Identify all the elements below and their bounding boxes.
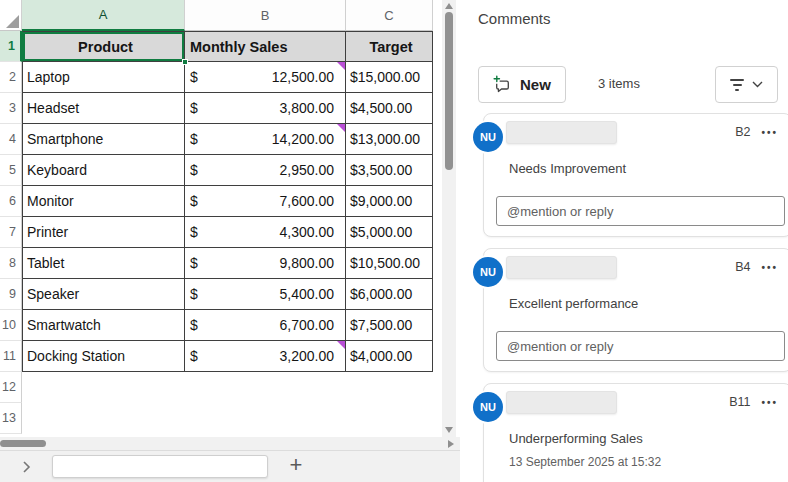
vertical-scroll-thumb[interactable] [445, 12, 453, 170]
cell-product[interactable]: Tablet [22, 248, 185, 279]
cell-monthly-sales[interactable]: $ 12,500.00 [185, 62, 346, 93]
sales-value: 6,700.00 [280, 317, 335, 333]
table-row: 6 Monitor $ 7,600.00 $9,000.00 [0, 186, 433, 217]
add-sheet-button[interactable]: + [283, 452, 309, 478]
cell-target[interactable]: $15,000.00 [346, 62, 433, 93]
cell-product[interactable]: Smartphone [22, 124, 185, 155]
cell-product[interactable]: Smartwatch [22, 310, 185, 341]
comment-cell-ref: B4 [735, 260, 750, 274]
horizontal-scrollbar[interactable] [0, 437, 460, 450]
cell-target[interactable]: $6,000.00 [346, 279, 433, 310]
select-all-button[interactable] [0, 0, 22, 31]
row-header[interactable]: 8 [0, 248, 22, 279]
row-header[interactable]: 10 [0, 310, 22, 341]
cell-monthly-sales[interactable]: Monthly Sales [185, 31, 346, 62]
sales-value: 7,600.00 [280, 193, 335, 209]
row-header[interactable]: 7 [0, 217, 22, 248]
scroll-up-icon[interactable] [445, 3, 453, 9]
comment-card-list: NU B2 ••• Needs Improvement NU B4 ••• Ex… [483, 113, 788, 482]
cell-monthly-sales[interactable]: $ 2,950.00 [185, 155, 346, 186]
comment-card[interactable]: NU B2 ••• Needs Improvement [483, 113, 788, 237]
cell-target[interactable]: $4,500.00 [346, 93, 433, 124]
sales-value: 12,500.00 [272, 69, 334, 85]
cell-target[interactable]: $7,500.00 [346, 310, 433, 341]
row-header[interactable]: 11 [0, 341, 22, 372]
cell-product[interactable]: Speaker [22, 279, 185, 310]
cell-monthly-sales[interactable]: $ 3,800.00 [185, 93, 346, 124]
sales-value: 9,800.00 [280, 255, 335, 271]
author-name-placeholder [506, 256, 617, 279]
new-comment-label: New [520, 76, 551, 93]
table-row: 4 Smartphone $ 14,200.00 $13,000.00 [0, 124, 433, 155]
currency-symbol: $ [190, 286, 198, 302]
reply-input[interactable] [496, 196, 785, 226]
sheet-tab[interactable] [52, 455, 268, 478]
scroll-down-icon[interactable] [445, 427, 453, 433]
more-options-button[interactable]: ••• [761, 397, 778, 408]
row-header[interactable]: 1 [0, 31, 22, 62]
comment-card[interactable]: NU B4 ••• Excellent performance [483, 248, 788, 372]
comment-text: Needs Improvement [509, 161, 626, 176]
sheet-grid: ABC 1 Product Monthly Sales Target 2 Lap… [0, 0, 433, 434]
cell-monthly-sales[interactable]: $ 6,700.00 [185, 310, 346, 341]
column-header-c[interactable]: C [346, 0, 433, 31]
cell-target[interactable]: $4,000.00 [346, 341, 433, 372]
table-row-empty: 13 [0, 403, 433, 434]
scroll-right-icon[interactable] [448, 440, 454, 448]
spreadsheet-area: ABC 1 Product Monthly Sales Target 2 Lap… [0, 0, 460, 482]
cell-target[interactable]: $13,000.00 [346, 124, 433, 155]
cell-product[interactable]: Keyboard [22, 155, 185, 186]
row-header[interactable]: 9 [0, 279, 22, 310]
table-row: 3 Headset $ 3,800.00 $4,500.00 [0, 93, 433, 124]
row-header[interactable]: 2 [0, 62, 22, 93]
cell-product[interactable]: Printer [22, 217, 185, 248]
vertical-scrollbar[interactable] [442, 0, 456, 437]
selection-fill-handle[interactable] [182, 59, 188, 65]
row-header[interactable]: 3 [0, 93, 22, 124]
sheet-nav-chevron-icon[interactable] [18, 459, 34, 475]
horizontal-scroll-thumb[interactable] [0, 440, 46, 447]
comment-text: Underperforming Sales [509, 431, 643, 446]
cell-product[interactable]: Docking Station [22, 341, 185, 372]
row-header[interactable]: 13 [0, 403, 22, 434]
cell-target[interactable]: $3,500.00 [346, 155, 433, 186]
cell-monthly-sales[interactable]: $ 9,800.00 [185, 248, 346, 279]
row-header[interactable]: 12 [0, 372, 22, 403]
cell-monthly-sales[interactable]: $ 5,400.00 [185, 279, 346, 310]
cell-product[interactable]: Headset [22, 93, 185, 124]
more-options-button[interactable]: ••• [761, 127, 778, 138]
comment-timestamp: 13 September 2025 at 15:32 [509, 455, 661, 469]
more-options-button[interactable]: ••• [761, 262, 778, 273]
sales-value: 3,800.00 [280, 100, 335, 116]
cell-monthly-sales[interactable]: $ 4,300.00 [185, 217, 346, 248]
filter-sort-button[interactable] [715, 66, 778, 103]
sales-value: 2,950.00 [280, 162, 335, 178]
comment-cell-ref: B11 [729, 395, 750, 409]
cell-monthly-sales[interactable]: $ 7,600.00 [185, 186, 346, 217]
row-header[interactable]: 6 [0, 186, 22, 217]
column-header-b[interactable]: B [185, 0, 346, 31]
cell-target[interactable]: $5,000.00 [346, 217, 433, 248]
row-header[interactable]: 5 [0, 155, 22, 186]
new-comment-button[interactable]: New [478, 66, 566, 103]
cell-monthly-sales[interactable]: $ 14,200.00 [185, 124, 346, 155]
column-header-a[interactable]: A [22, 0, 185, 31]
cell-target[interactable]: $9,000.00 [346, 186, 433, 217]
table-row: 5 Keyboard $ 2,950.00 $3,500.00 [0, 155, 433, 186]
cell-target[interactable]: Target [346, 31, 433, 62]
currency-symbol: $ [190, 317, 198, 333]
cell-product[interactable]: Monitor [22, 186, 185, 217]
reply-input[interactable] [496, 331, 785, 361]
cell-product[interactable]: Product [22, 31, 185, 62]
cell-target[interactable]: $10,500.00 [346, 248, 433, 279]
comment-card[interactable]: NU B11 ••• Underperforming Sales 13 Sept… [483, 383, 788, 482]
cell-product[interactable]: Laptop [22, 62, 185, 93]
author-name-placeholder [506, 121, 617, 144]
currency-symbol: $ [190, 348, 198, 364]
cell-monthly-sales[interactable]: $ 3,200.00 [185, 341, 346, 372]
table-row: 8 Tablet $ 9,800.00 $10,500.00 [0, 248, 433, 279]
row-header[interactable]: 4 [0, 124, 22, 155]
chevron-down-icon [752, 81, 763, 88]
sales-value: 4,300.00 [280, 224, 335, 240]
table-row: 10 Smartwatch $ 6,700.00 $7,500.00 [0, 310, 433, 341]
